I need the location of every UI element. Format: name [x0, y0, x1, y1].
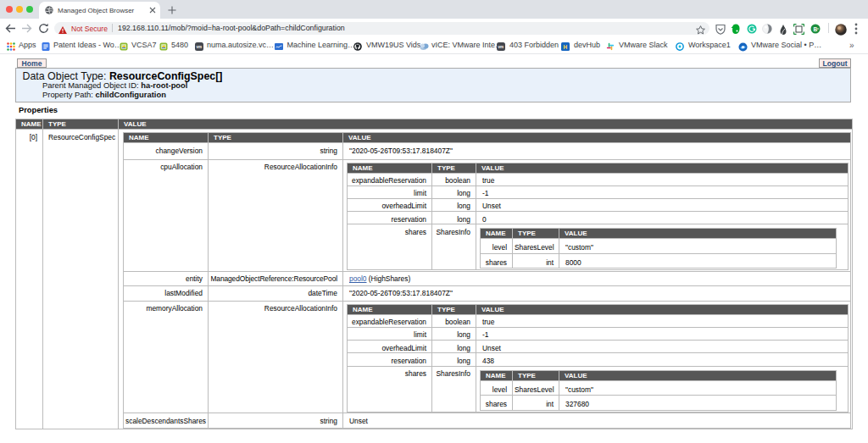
svg-text:B: B	[814, 26, 818, 32]
svg-text:vm: vm	[498, 45, 504, 49]
svg-text:vm: vm	[197, 45, 203, 49]
svg-text:H: H	[564, 43, 568, 49]
